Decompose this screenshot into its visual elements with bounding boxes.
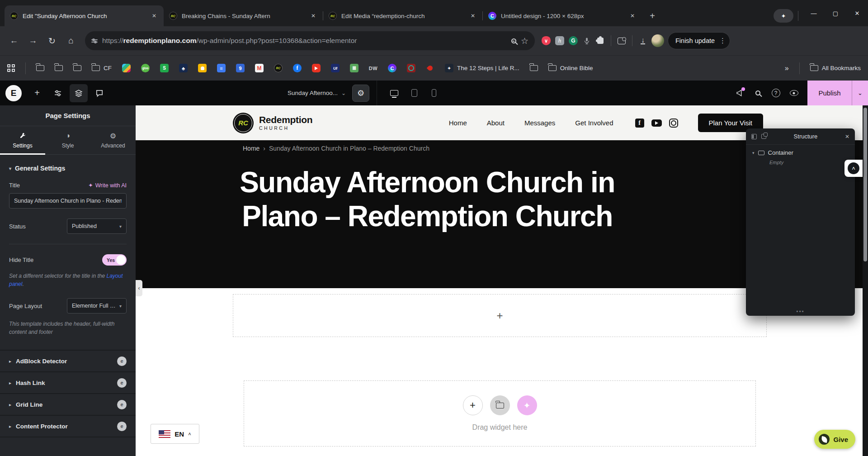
caret-down-icon[interactable]: ▾ <box>752 151 755 155</box>
nav-messages[interactable]: Messages <box>524 119 555 127</box>
red-swirl-favicon-icon[interactable] <box>426 64 434 72</box>
finder-search-icon[interactable] <box>749 84 767 102</box>
downloads-icon[interactable]: ↓ <box>638 36 648 46</box>
forward-button[interactable]: → <box>25 33 41 48</box>
tab-breaking-chains[interactable]: RC Breaking Chains - Sunday Aftern ✕ <box>164 5 323 26</box>
accessibility-widget[interactable]: ˄ <box>844 160 863 177</box>
section-hash-link[interactable]: ▸ Hash Link e <box>0 372 136 394</box>
back-button[interactable]: ← <box>6 33 22 48</box>
structure-container-row[interactable]: ▾ Container <box>746 145 855 156</box>
hide-title-toggle[interactable]: Yes <box>102 254 127 266</box>
bookmark-folder-icon[interactable] <box>55 65 63 71</box>
bookmark-folder-online-bible[interactable]: Online Bible <box>548 65 593 71</box>
profile-avatar[interactable] <box>651 34 664 47</box>
page-layout-select[interactable]: Elementor Full Width ▾ <box>67 298 127 314</box>
language-picker[interactable]: EN ˄ <box>151 424 199 444</box>
reload-button[interactable]: ↻ <box>44 33 60 48</box>
finish-update-button[interactable]: Finish update ⋮ <box>668 32 730 49</box>
device-tablet-icon[interactable] <box>404 84 424 102</box>
browser-menu-icon[interactable]: ⋮ <box>719 37 726 45</box>
empty-section-placeholder[interactable]: + <box>233 294 767 337</box>
add-container-area[interactable]: + ✦ Drag widget here <box>244 380 756 446</box>
canva-favicon-icon[interactable]: C <box>388 64 396 72</box>
structure-layers-icon[interactable] <box>70 84 88 102</box>
publish-button[interactable]: Publish <box>807 81 852 105</box>
device-desktop-icon[interactable] <box>384 84 404 102</box>
sheets-favicon-icon[interactable]: ≣ <box>350 64 359 72</box>
page-settings-gear-icon[interactable]: ⚙ <box>352 85 369 102</box>
tab-close-icon[interactable]: ✕ <box>469 12 477 20</box>
site-settings-icon[interactable] <box>49 84 67 102</box>
give-button[interactable]: Give <box>814 430 855 449</box>
facebook-favicon-icon[interactable]: f <box>293 64 302 72</box>
new-tab-button[interactable]: + <box>645 8 660 24</box>
elementor-logo-icon[interactable]: E <box>5 85 22 101</box>
notes-icon[interactable] <box>90 84 108 102</box>
page-scrollbar[interactable] <box>863 105 868 456</box>
youtube-icon[interactable] <box>651 119 662 127</box>
document-switcher[interactable]: Sunday Afternoo... ⌄ <box>288 90 346 96</box>
bookmark-folder-icon[interactable] <box>73 65 81 71</box>
all-bookmarks-button[interactable]: All Bookmarks <box>810 65 861 71</box>
bookmark-folder-cf[interactable]: CF <box>92 65 112 71</box>
bookmark-twelve-steps[interactable]: ✦The 12 Steps | Life R... <box>445 64 519 72</box>
extensions-puzzle-icon[interactable] <box>595 36 605 46</box>
nav-get-involved[interactable]: Get Involved <box>575 119 613 127</box>
add-section-icon[interactable]: + <box>496 309 503 322</box>
apps-grid-icon[interactable] <box>7 64 15 72</box>
device-mobile-icon[interactable] <box>424 84 444 102</box>
red-app-favicon-icon[interactable] <box>407 64 415 72</box>
grammarly-extension-icon[interactable]: G <box>568 36 578 46</box>
tab-close-icon[interactable]: ✕ <box>150 12 158 20</box>
section-grid-line[interactable]: ▸ Grid Line e <box>0 394 136 416</box>
tab-advanced[interactable]: ⚙ Advanced <box>90 126 136 154</box>
dw-favicon-icon[interactable]: DW <box>369 64 377 72</box>
bookmark-star-icon[interactable]: ☆ <box>521 36 528 46</box>
keep-favicon-icon[interactable] <box>198 64 207 72</box>
breadcrumb-home-link[interactable]: Home <box>243 145 259 152</box>
write-with-ai-button[interactable]: ✦ Write with AI <box>88 182 127 189</box>
side-panel-icon[interactable] <box>617 36 627 46</box>
add-element-button[interactable]: + <box>28 84 46 102</box>
home-button[interactable]: ⌂ <box>63 33 79 48</box>
tab-canva-design[interactable]: C Untitled design - 1200 × 628px ✕ <box>483 5 642 26</box>
whats-new-icon[interactable] <box>731 84 749 102</box>
tab-close-icon[interactable]: ✕ <box>628 12 637 20</box>
site-logo[interactable]: RC Redemption CHURCH <box>233 113 312 133</box>
youtube-favicon-icon[interactable] <box>312 64 321 72</box>
site-info-icon[interactable] <box>91 39 98 43</box>
zoom-icon[interactable] <box>511 38 516 43</box>
title-input[interactable] <box>9 193 127 209</box>
tab-style[interactable]: ◑ Style <box>45 126 90 154</box>
panel-collapse-handle[interactable]: ‹ <box>136 280 142 296</box>
honey-extension-icon[interactable]: h <box>555 36 565 46</box>
section-adblock-detector[interactable]: ▸ AdBlock Detector e <box>0 351 136 372</box>
tab-edit-media[interactable]: RC Edit Media “redemption-church ✕ <box>323 5 482 26</box>
close-structure-icon[interactable]: ✕ <box>845 133 849 140</box>
nav-home[interactable]: Home <box>449 119 467 127</box>
microphone-icon[interactable] <box>582 36 592 46</box>
shift-favicon-icon[interactable]: S <box>160 64 169 72</box>
panel-resize-handle[interactable]: ••• <box>746 308 855 316</box>
gmail-favicon-icon[interactable]: M <box>255 64 264 72</box>
tab-close-icon[interactable]: ✕ <box>309 12 317 20</box>
slack-favicon-icon[interactable] <box>122 64 131 72</box>
tab-settings[interactable]: Settings <box>0 126 45 154</box>
instagram-icon[interactable] <box>669 119 678 128</box>
tree-favicon-icon[interactable]: ♣ <box>179 64 188 72</box>
bookmarks-overflow-icon[interactable]: » <box>785 64 789 72</box>
docs-favicon-icon[interactable]: ≡ <box>217 64 226 72</box>
gloo-favicon-icon[interactable]: gloo <box>141 64 150 72</box>
publish-options-chevron-icon[interactable]: ⌄ <box>852 81 868 105</box>
template-library-button[interactable] <box>490 395 510 415</box>
gemini-sparkle-button[interactable]: ✦ <box>774 9 793 23</box>
help-icon[interactable]: ? <box>767 84 785 102</box>
preview-eye-icon[interactable] <box>785 84 803 102</box>
ai-builder-button[interactable]: ✦ <box>517 395 537 415</box>
url-text[interactable]: https://redemptionplano.com/wp-admin/pos… <box>102 37 507 45</box>
ui-favicon-icon[interactable]: UI <box>331 64 340 72</box>
bookmark-folder-icon[interactable] <box>36 65 44 71</box>
status-select[interactable]: Published ▾ <box>67 218 127 234</box>
section-content-protector[interactable]: ▸ Content Protector e <box>0 416 136 437</box>
scrollbar-thumb[interactable] <box>863 108 867 261</box>
